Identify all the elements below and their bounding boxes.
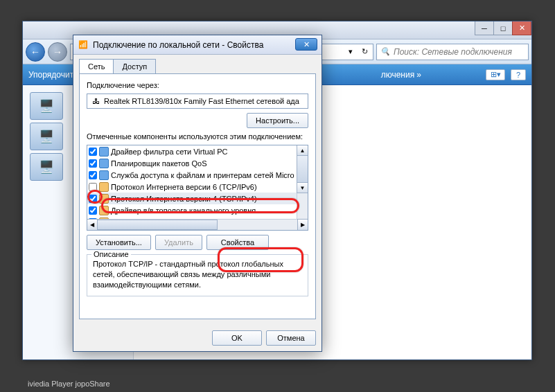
dialog-titlebar[interactable]: 📶 Подключение по локальной сети - Свойст… [73,35,321,55]
horizontal-scrollbar[interactable]: ◀ ▶ [87,219,308,230]
description-legend: Описание [91,250,131,258]
tab-access[interactable]: Доступ [113,59,156,73]
description-group: Описание Протокол TCP/IP - стандартный п… [87,254,308,296]
vertical-scrollbar[interactable]: ▲ ▼ [297,145,308,219]
search-placeholder: Поиск: Сетевые подключения [394,47,512,57]
component-row[interactable]: Протокол Интернета версии 6 (TCP/IPv6) [87,181,297,193]
cmd-item[interactable]: лючения» [381,70,421,80]
search-icon: 🔍 [380,46,391,57]
connect-via-label: Подключение через: [87,81,308,89]
description-text: Протокол TCP/IP - стандартный протокол г… [93,259,302,290]
service-icon [99,170,109,180]
tab-strip: Сеть Доступ [73,55,321,73]
taskbar-text: iviedia Player jopoShare [28,380,110,388]
connection-icon[interactable]: 🖥️ [30,92,63,120]
tab-network[interactable]: Сеть [79,59,114,73]
maximize-button[interactable]: □ [493,21,513,35]
nav-forward-button[interactable]: → [48,42,67,62]
minimize-button[interactable]: ─ [475,21,494,35]
component-checkbox[interactable] [89,171,97,179]
search-box[interactable]: 🔍 Поиск: Сетевые подключения [376,44,529,60]
nav-back-button[interactable]: ← [26,42,45,62]
adapter-field[interactable]: 🖧 Realtek RTL8139/810x Family Fast Ether… [87,93,308,109]
protocol-icon [99,182,109,192]
component-checkbox[interactable] [89,148,97,156]
protocol-icon [99,194,109,204]
component-label: Протокол Интернета версии 6 (TCP/IPv6) [111,183,257,191]
tab-panel: Подключение через: 🖧 Realtek RTL8139/810… [79,73,316,319]
component-row[interactable]: Протокол Интернета версии 4 (TCP/IPv4) [87,193,297,204]
component-row[interactable]: Драйвер фильтра сети Virtual PC [87,145,297,157]
adapter-name: Realtek RTL8139/810x Family Fast Etherne… [104,97,299,105]
component-label: Служба доступа к файлам и принтерам сете… [111,171,294,179]
component-list: Драйвер фильтра сети Virtual PCПланировщ… [87,145,308,231]
component-checkbox[interactable] [89,195,97,203]
component-label: Драйвер фильтра сети Virtual PC [111,148,227,156]
properties-dialog: 📶 Подключение по локальной сети - Свойст… [73,35,322,352]
refresh-icon[interactable]: ↻ [359,46,370,57]
component-row[interactable]: Планировщик пакетов QoS [87,157,297,169]
help-button[interactable]: ? [511,69,526,80]
components-label: Отмеченные компоненты используются этим … [87,132,308,141]
component-label: Драйвер в/в тополога канального уровня [111,206,256,215]
view-button[interactable]: ⊞▾ [486,69,505,80]
delete-button: Удалить [155,235,202,250]
component-row[interactable]: Драйвер в/в тополога канального уровня [87,204,297,216]
component-label: Планировщик пакетов QoS [111,159,207,168]
configure-button[interactable]: Настроить... [247,113,308,128]
close-button[interactable]: ✕ [512,21,531,35]
dialog-close-button[interactable]: ✕ [295,38,317,51]
dropdown-icon[interactable]: ▾ [345,46,356,57]
scroll-left-icon[interactable]: ◀ [87,219,98,231]
protocol-icon [99,206,109,215]
scroll-up-icon[interactable]: ▲ [297,145,308,156]
install-button[interactable]: Установить... [87,235,151,250]
component-row[interactable]: Служба доступа к файлам и принтерам сете… [87,169,297,181]
adapter-icon: 🖧 [90,96,101,107]
network-icon: 📶 [78,39,89,51]
scroll-right-icon[interactable]: ▶ [297,219,308,231]
dialog-title-text: Подключение по локальной сети - Свойства [93,40,263,50]
properties-button[interactable]: Свойства [206,235,269,250]
service-icon [99,147,109,157]
component-label: Протокол Интернета версии 4 (TCP/IPv4) [111,195,257,203]
scroll-down-icon[interactable]: ▼ [297,182,308,193]
scroll-thumb[interactable] [97,220,218,230]
scroll-thumb[interactable] [297,155,308,183]
connection-icon[interactable]: 🖥️ [30,123,63,150]
ok-button[interactable]: OK [212,330,262,346]
component-checkbox[interactable] [89,206,97,215]
connection-icon[interactable]: 🖥️ [30,153,63,181]
component-checkbox[interactable] [89,183,97,191]
service-icon [99,159,109,168]
component-checkbox[interactable] [89,159,97,168]
cancel-button[interactable]: Отмена [266,330,316,346]
